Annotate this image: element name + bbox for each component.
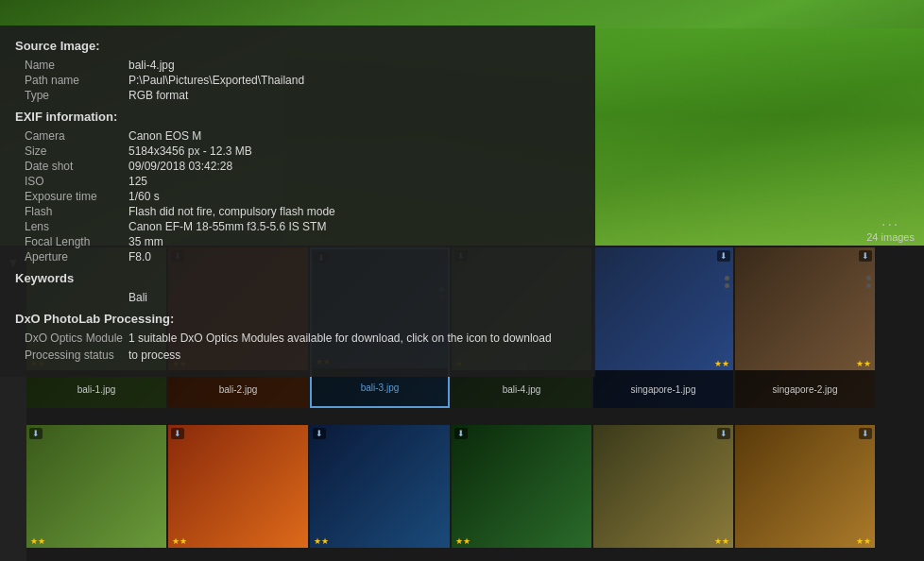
lens-label: Lens [15, 220, 128, 233]
focallength-label: Focal Length [15, 235, 128, 248]
thumb-r2-2-icon: ⬇ [171, 428, 184, 439]
size-row: Size 5184x3456 px - 12.3 MB [15, 144, 580, 158]
exif-title: EXIF information: [15, 110, 580, 124]
type-label: Type [15, 89, 128, 102]
keywords-title: Keywords [15, 271, 580, 285]
focallength-value: 35 mm [128, 235, 163, 248]
type-row: Type RGB format [15, 89, 580, 102]
name-value: bali-4.jpg [128, 59, 175, 72]
processing-status-value: to process [128, 348, 180, 362]
dot1 [725, 276, 729, 280]
thumb-singapore2-dots [866, 276, 871, 288]
thumb-row2-2[interactable]: ⬇ ★★ [168, 425, 308, 548]
thumb-r2-4-stars: ★★ [455, 536, 471, 546]
keyword-bali-value: Bali [128, 291, 147, 304]
size-label: Size [15, 144, 128, 158]
thumb-singapore2-tr-icon: ⬇ [859, 250, 872, 262]
dot2 [866, 283, 871, 288]
flash-value: Flash did not fire, compulsory flash mod… [128, 205, 335, 218]
thumb-singapore1-stars: ★★ [714, 359, 729, 368]
dxo-optics-row: DxO Optics Module 1 suitable DxO Optics … [15, 332, 580, 347]
thumb-singapore2-stars: ★★ [856, 359, 871, 368]
flash-label: Flash [15, 205, 128, 218]
thumb-singapore1-dots [725, 276, 729, 288]
thumb-singapore1[interactable]: ⬇ singapore-1.jpg ★★ [593, 247, 733, 408]
iso-value: 125 [128, 175, 147, 188]
dot1 [866, 276, 871, 280]
focallength-row: Focal Length 35 mm [15, 235, 580, 248]
iso-label: ISO [15, 175, 128, 188]
image-count-area: ... 24 images [866, 212, 915, 243]
thumb-singapore1-img [593, 247, 733, 361]
camera-label: Camera [15, 129, 128, 143]
keyword-bali-label [15, 291, 128, 304]
thumb-row2-1[interactable]: ⬇ ★★ [26, 425, 166, 548]
name-row: Name bali-4.jpg [15, 59, 580, 72]
exposure-label: Exposure time [15, 190, 128, 203]
thumb-singapore2-img [735, 247, 875, 361]
pathname-row: Path name P:\Paul\Pictures\Exported\Thai… [15, 74, 580, 87]
iso-row: ISO 125 [15, 175, 580, 188]
type-value: RGB format [128, 89, 188, 102]
thumb-r2-5-stars: ★★ [714, 536, 729, 546]
pathname-label: Path name [15, 74, 128, 87]
image-count: 24 images [866, 231, 915, 243]
thumb-r2-1-stars: ★★ [30, 536, 45, 546]
camera-value: Canon EOS M [128, 129, 201, 143]
dot2 [725, 283, 729, 288]
thumb-r2-3-icon: ⬇ [313, 428, 326, 439]
dxo-title: DxO PhotoLab Processing: [15, 312, 580, 326]
aperture-value: F8.0 [128, 250, 151, 264]
thumb-singapore2-label: singapore-2.jpg [735, 370, 875, 408]
thumb-singapore1-label: singapore-1.jpg [593, 370, 733, 408]
exposure-row: Exposure time 1/60 s [15, 190, 580, 203]
processing-status-row: Processing status to process [15, 348, 580, 362]
thumb-row2-3[interactable]: ⬇ ★★ [310, 425, 450, 548]
thumb-r2-6-icon: ⬇ [859, 428, 872, 439]
dateshot-value: 09/09/2018 03:42:28 [128, 160, 232, 173]
aperture-row: Aperture F8.0 [15, 250, 580, 264]
processing-status-label: Processing status [15, 348, 128, 362]
thumb-row2-4[interactable]: ⬇ ★★ [452, 425, 591, 548]
thumb-r2-1-icon: ⬇ [29, 428, 43, 439]
flash-row: Flash Flash did not fire, compulsory fla… [15, 205, 580, 218]
keyword-bali-row: Bali [15, 291, 580, 304]
dateshot-row: Date shot 09/09/2018 03:42:28 [15, 160, 580, 173]
source-image-title: Source Image: [15, 39, 580, 53]
thumb-singapore2[interactable]: ⬇ singapore-2.jpg ★★ [735, 247, 875, 408]
thumbnail-row-2: ⬇ ★★ ⬇ ★★ ⬇ ★★ ⬇ ★★ ⬇ ★★ ⬇ ★★ [26, 425, 875, 548]
thumb-r2-4-icon: ⬇ [454, 428, 468, 439]
camera-row: Camera Canon EOS M [15, 129, 580, 143]
pathname-value: P:\Paul\Pictures\Exported\Thailand [128, 74, 304, 87]
dxo-optics-label: DxO Optics Module [15, 332, 128, 347]
thumb-r2-3-stars: ★★ [314, 536, 329, 546]
exposure-value: 1/60 s [128, 190, 160, 203]
more-options-icon[interactable]: ... [866, 212, 915, 230]
info-panel: Source Image: Name bali-4.jpg Path name … [0, 26, 595, 377]
size-value: 5184x3456 px - 12.3 MB [128, 144, 252, 158]
dxo-optics-value: 1 suitable DxO Optics Modules available … [128, 332, 552, 347]
lens-value: Canon EF-M 18-55mm f3.5-5.6 IS STM [128, 220, 326, 233]
thumb-r2-5-icon: ⬇ [717, 428, 730, 439]
aperture-label: Aperture [15, 250, 128, 264]
thumb-row2-6[interactable]: ⬇ ★★ [735, 425, 875, 548]
dateshot-label: Date shot [15, 160, 128, 173]
lens-row: Lens Canon EF-M 18-55mm f3.5-5.6 IS STM [15, 220, 580, 233]
thumb-singapore1-tr-icon: ⬇ [717, 250, 730, 262]
thumb-row2-5[interactable]: ⬇ ★★ [593, 425, 733, 548]
name-label: Name [15, 59, 128, 72]
thumb-r2-2-stars: ★★ [172, 536, 187, 546]
thumb-r2-6-stars: ★★ [856, 536, 871, 546]
